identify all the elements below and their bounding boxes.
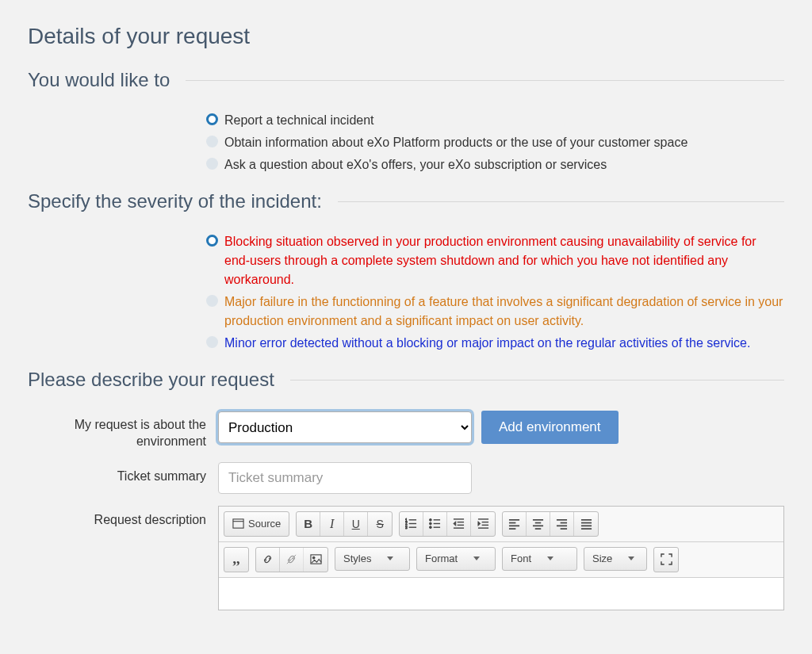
align-center-icon xyxy=(532,518,544,530)
option-label: Blocking situation observed in your prod… xyxy=(224,232,784,289)
align-justify-icon xyxy=(580,518,592,530)
divider xyxy=(290,380,784,381)
editor-toolbar-row-2: ,, Styles xyxy=(219,542,783,578)
numbered-list-icon: 123 xyxy=(405,518,417,530)
svg-point-12 xyxy=(430,526,432,529)
editor-toolbar-row-1: Source B I U S 123 xyxy=(219,507,783,542)
editor-content-area[interactable] xyxy=(219,578,783,610)
radio-icon xyxy=(206,235,218,247)
svg-point-10 xyxy=(430,522,432,525)
indent-button[interactable] xyxy=(471,512,495,536)
align-right-button[interactable] xyxy=(550,512,574,536)
section-describe: Please describe your request xyxy=(28,369,784,391)
divider xyxy=(186,80,784,81)
radio-icon xyxy=(206,136,218,147)
environment-select[interactable]: Production xyxy=(218,411,472,443)
option-label: Report a technical incident xyxy=(224,111,374,130)
svg-point-8 xyxy=(430,519,432,522)
source-button-label: Source xyxy=(248,518,281,530)
section-heading-like-to: You would like to xyxy=(28,69,170,91)
option-label: Ask a question about eXo's offers, your … xyxy=(224,155,607,174)
section-heading-severity: Specify the severity of the incident: xyxy=(28,190,322,212)
svg-text:3: 3 xyxy=(405,526,408,530)
strike-button[interactable]: S xyxy=(368,512,392,536)
styles-dropdown[interactable]: Styles xyxy=(335,547,410,571)
unlink-icon xyxy=(285,553,297,565)
numbered-list-button[interactable]: 123 xyxy=(400,512,423,536)
format-dropdown-label: Format xyxy=(425,553,458,564)
bold-button[interactable]: B xyxy=(297,512,320,536)
svg-marker-18 xyxy=(454,522,456,526)
align-right-icon xyxy=(556,518,568,530)
radio-option-severity-blocking[interactable]: Blocking situation observed in your prod… xyxy=(206,232,784,289)
add-environment-button[interactable]: Add environment xyxy=(481,411,619,444)
chevron-down-icon xyxy=(473,556,480,560)
rich-text-editor: Source B I U S 123 xyxy=(218,506,784,610)
link-button[interactable] xyxy=(256,548,280,572)
italic-button[interactable]: I xyxy=(320,512,344,536)
bullet-list-button[interactable] xyxy=(423,512,447,536)
source-button[interactable]: Source xyxy=(224,512,289,536)
source-icon xyxy=(232,518,244,530)
size-dropdown-label: Size xyxy=(592,553,612,564)
align-center-button[interactable] xyxy=(527,512,550,536)
image-icon xyxy=(310,553,322,565)
environment-label: My request is about the environment xyxy=(28,411,218,450)
ticket-summary-input[interactable] xyxy=(218,462,472,494)
svg-marker-23 xyxy=(478,522,481,526)
option-label: Obtain information about eXo Platform pr… xyxy=(224,133,688,152)
chevron-down-icon xyxy=(387,556,393,560)
request-description-label: Request description xyxy=(28,506,218,529)
font-dropdown-label: Font xyxy=(511,553,531,564)
blockquote-button[interactable]: ,, xyxy=(224,548,248,572)
svg-point-42 xyxy=(312,556,315,559)
radio-option-obtain-info[interactable]: Obtain information about eXo Platform pr… xyxy=(206,133,784,152)
align-justify-button[interactable] xyxy=(574,512,598,536)
section-like-to: You would like to xyxy=(28,69,784,91)
radio-option-severity-minor[interactable]: Minor error detected without a blocking … xyxy=(206,334,784,353)
option-label: Major failure in the functionning of a f… xyxy=(224,293,784,331)
unlink-button[interactable] xyxy=(280,548,304,572)
maximize-icon xyxy=(661,553,672,565)
underline-button[interactable]: U xyxy=(344,512,368,536)
chevron-down-icon xyxy=(547,556,553,560)
indent-icon xyxy=(477,518,489,530)
svg-rect-0 xyxy=(233,519,243,528)
section-heading-describe: Please describe your request xyxy=(28,369,274,391)
outdent-button[interactable] xyxy=(447,512,471,536)
size-dropdown[interactable]: Size xyxy=(584,547,647,571)
radio-icon xyxy=(206,295,218,307)
section-severity: Specify the severity of the incident: xyxy=(28,190,784,212)
ticket-summary-label: Ticket summary xyxy=(28,462,218,485)
maximize-button[interactable] xyxy=(654,548,678,572)
align-left-icon xyxy=(508,518,520,530)
outdent-icon xyxy=(453,518,465,530)
divider xyxy=(338,201,784,202)
page-title: Details of your request xyxy=(28,24,784,49)
font-dropdown[interactable]: Font xyxy=(502,547,577,571)
radio-option-severity-major[interactable]: Major failure in the functionning of a f… xyxy=(206,293,784,331)
styles-dropdown-label: Styles xyxy=(343,553,371,564)
image-button[interactable] xyxy=(304,548,327,572)
option-label: Minor error detected without a blocking … xyxy=(224,334,750,353)
format-dropdown[interactable]: Format xyxy=(416,547,496,571)
link-icon xyxy=(262,553,274,565)
radio-option-ask-question[interactable]: Ask a question about eXo's offers, your … xyxy=(206,155,784,174)
radio-option-report-incident[interactable]: Report a technical incident xyxy=(206,111,784,130)
radio-icon xyxy=(206,113,218,125)
chevron-down-icon xyxy=(628,556,634,560)
radio-icon xyxy=(206,158,218,170)
radio-icon xyxy=(206,336,218,348)
bullet-list-icon xyxy=(429,518,441,530)
align-left-button[interactable] xyxy=(503,512,527,536)
